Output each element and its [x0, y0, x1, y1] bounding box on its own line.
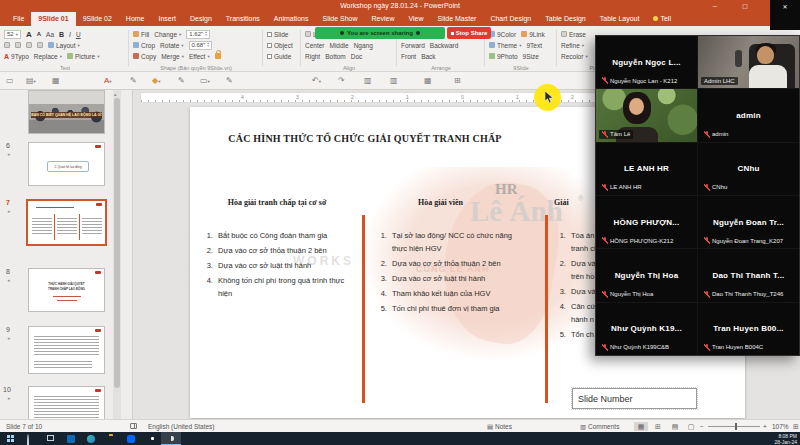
shrink-font-button[interactable]: A	[37, 31, 41, 37]
participant-tile[interactable]: Tâm Lê	[596, 89, 697, 141]
column1-list[interactable]: Bắt buộc có Công đoàn tham gia Dựa vào c…	[200, 229, 352, 302]
column2-header[interactable]: Hòa giải viên	[368, 198, 513, 207]
fit-to-window-icon[interactable]: ⊞	[789, 422, 800, 431]
grow-font-button[interactable]: A	[26, 30, 32, 39]
align-left-icon[interactable]	[4, 42, 10, 48]
scroll-up-icon[interactable]: ▴	[114, 91, 117, 97]
guide-checkbox[interactable]: Guide	[267, 53, 291, 60]
slide-number-placeholder[interactable]: Slide Number	[572, 388, 697, 409]
edge-browser-icon[interactable]	[87, 435, 95, 443]
change-case-button[interactable]: Aa	[46, 31, 54, 38]
minimize-button[interactable]: ─	[706, 0, 724, 12]
tab-insert[interactable]: Insert	[152, 12, 184, 26]
insert-table-icon[interactable]: ⊞	[454, 76, 461, 86]
participant-tile-active-speaker[interactable]: Admin LHC	[698, 36, 799, 88]
recolor-button[interactable]: Recolor▾	[561, 53, 588, 60]
thumbnail-slide-5[interactable]: BẠN CÓ BIẾT QUAN HỆ LAO ĐỘNG LÀ GÌ??	[28, 90, 105, 134]
tab-9slide-01[interactable]: 9Slide 01	[31, 12, 75, 26]
copy-button[interactable]: Copy	[133, 53, 156, 60]
thumbnail-slide-6[interactable]: 2. Quan hệ lao động	[28, 142, 105, 186]
undo-icon[interactable]: ↶▾	[312, 76, 321, 87]
tab-home[interactable]: Home	[119, 12, 152, 26]
proofing-icon[interactable]	[130, 423, 137, 429]
slide-title[interactable]: CÁC HÌNH THỨC TỔ CHỨC GIẢI QUYẾT TRANH C…	[215, 133, 515, 144]
italic-button[interactable]: I	[69, 31, 71, 38]
font-size-combo[interactable]: 52▾	[4, 30, 21, 39]
align-right-button[interactable]: Right	[305, 53, 320, 60]
tab-view[interactable]: View	[401, 12, 430, 26]
tab-slide-master[interactable]: Slide Master	[431, 12, 484, 26]
bring-forward-button[interactable]: Forward	[401, 42, 425, 49]
tab-file[interactable]: File	[6, 12, 31, 26]
participant-tile[interactable]: Như Quỳnh K19... Như Quỳnh K199C&B	[596, 303, 697, 355]
participant-tile[interactable]: LE ANH HR LE ANH HR	[596, 143, 697, 195]
change-shape-button[interactable]: Change▾	[154, 31, 181, 38]
font-color-icon[interactable]: A▾	[104, 76, 112, 87]
new-slide-icon[interactable]: ▭	[6, 76, 14, 86]
send-backward-button[interactable]: Backward	[430, 42, 459, 49]
merge-button[interactable]: Merge▾	[161, 53, 184, 60]
taskbar-clock[interactable]: 8:08 PM 28-Jan-24	[774, 433, 797, 445]
tab-slide-show[interactable]: Slide Show	[315, 12, 364, 26]
save-icon[interactable]: ▥	[364, 76, 372, 86]
close-icon[interactable]: ✕	[782, 4, 787, 10]
reading-view-icon[interactable]: ▤	[668, 422, 682, 431]
zoom-in-button[interactable]: +	[763, 423, 767, 430]
tab-chart-design[interactable]: Chart Design	[483, 12, 538, 26]
fill-button[interactable]: Fill	[133, 31, 149, 38]
rotate-button[interactable]: Rotate▾	[160, 42, 183, 49]
thumbnail-scrollbar-thumb[interactable]	[114, 98, 120, 388]
participant-tile[interactable]: CNhu CNhu	[698, 143, 799, 195]
slide-checkbox[interactable]: Slide	[267, 31, 288, 38]
refine-button[interactable]: Refine▾	[561, 42, 584, 49]
9photo-button[interactable]: 9Photo	[489, 53, 518, 60]
save-as-icon[interactable]: ▥	[390, 76, 398, 86]
participant-tile[interactable]: HỒNG PHƯỢN... HỒNG PHƯỢNG-K212	[596, 196, 697, 248]
shape-fill-icon[interactable]: ◆▾	[152, 76, 160, 87]
shape-width-spinner[interactable]: 1.62"▴▾	[186, 30, 210, 39]
align-right-icon[interactable]	[26, 42, 32, 48]
tab-9slide-02[interactable]: 9Slide 02	[76, 12, 119, 26]
normal-view-icon[interactable]: ▦	[634, 422, 648, 431]
participant-tile[interactable]: Nguyễn Đoan Tr... Nguyễn Đoan Trang_K207	[698, 196, 799, 248]
zoom-slider-thumb[interactable]	[735, 423, 737, 430]
tab-table-layout[interactable]: Table Layout	[593, 12, 647, 26]
erase-button[interactable]: Erase	[561, 31, 586, 38]
column3-header[interactable]: Giải	[554, 198, 569, 207]
zalo-icon[interactable]	[127, 435, 135, 443]
notes-button[interactable]: ▤ Notes	[487, 423, 512, 431]
align-ngang-button[interactable]: Ngang	[354, 42, 373, 49]
theme-button[interactable]: Theme▾	[489, 42, 522, 49]
effect-button[interactable]: Effect▾	[189, 53, 210, 60]
tab-tell-me[interactable]: Tell	[646, 12, 678, 26]
search-icon[interactable]	[27, 434, 29, 445]
participant-tile[interactable]: Dao Thi Thanh T... Dao Thi Thanh Thuy_T2…	[698, 249, 799, 301]
column2-list[interactable]: Tại sở lao động/ NCC có chức năng thực h…	[374, 229, 526, 317]
thumbnail-slide-9[interactable]	[28, 326, 105, 374]
participant-tile[interactable]: Nguyễn Ngọc L... Nguyễn Ngọc Lan - K212	[596, 36, 697, 88]
outlook-icon[interactable]	[67, 435, 75, 443]
stop-share-button[interactable]: Stop Share	[447, 27, 491, 39]
restore-button[interactable]: ▢	[736, 0, 754, 12]
align-bottom-button[interactable]: Bottom	[325, 53, 346, 60]
layout-button[interactable]: Layout▾	[48, 42, 80, 49]
reset-slide-icon[interactable]: ▦	[52, 76, 60, 86]
pen-icon[interactable]: ✎	[178, 76, 185, 86]
participant-tile[interactable]: Nguyễn Thị Hoa Nguyễn Thị Hoa	[596, 249, 697, 301]
task-view-icon[interactable]	[47, 435, 54, 441]
replace-button[interactable]: Replace▾	[34, 53, 62, 60]
bold-button[interactable]: B	[59, 31, 64, 38]
eyedropper-icon[interactable]: ✎	[130, 76, 137, 86]
zoom-slider[interactable]	[708, 426, 760, 427]
shape-height-spinner[interactable]: 0.68"▴▾	[189, 41, 213, 50]
participant-tile[interactable]: Tran Huyen B00... Tran Huyen B004C	[698, 303, 799, 355]
lock-icon[interactable]	[215, 53, 221, 59]
align-center-icon[interactable]	[15, 42, 21, 48]
slide-sorter-view-icon[interactable]: ⊞	[651, 422, 665, 431]
object-checkbox[interactable]: Object	[267, 42, 293, 49]
9typo-button[interactable]: A9Typo	[4, 53, 29, 60]
tab-design[interactable]: Design	[183, 12, 219, 26]
redo-icon[interactable]: ↷	[338, 76, 345, 86]
align-doc-button[interactable]: Doc	[351, 53, 363, 60]
9size-button[interactable]: 9Size	[523, 53, 539, 60]
